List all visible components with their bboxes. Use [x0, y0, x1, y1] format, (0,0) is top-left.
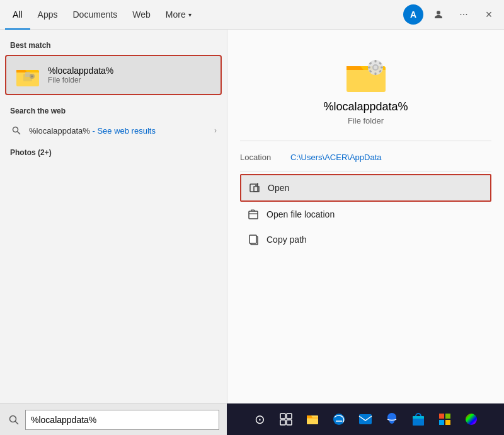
- avatar[interactable]: A: [403, 4, 423, 25]
- copy-path-icon: [248, 233, 260, 246]
- svg-rect-26: [280, 420, 285, 425]
- taskbar-explorer-icon[interactable]: [302, 409, 323, 429]
- location-label: Location: [240, 153, 290, 162]
- search-window: All Apps Documents Web More ▾ A ···: [0, 0, 504, 435]
- svg-rect-19: [249, 211, 258, 219]
- svg-rect-35: [439, 420, 444, 425]
- content-area: Best match %localappdata%: [0, 30, 504, 435]
- svg-rect-12: [368, 67, 370, 69]
- tab-more-label: More: [166, 9, 186, 20]
- best-match-subtitle: File folder: [48, 76, 113, 84]
- taskbar: ⊙: [227, 403, 504, 435]
- folder-icon-large: [15, 62, 40, 88]
- open-icon: [249, 182, 261, 194]
- tab-web[interactable]: Web: [125, 0, 158, 30]
- detail-divider: [240, 141, 491, 141]
- svg-rect-34: [445, 414, 450, 419]
- svg-rect-32: [413, 416, 424, 419]
- folder-svg: [15, 62, 40, 88]
- nav-bar: All Apps Documents Web More ▾ A ···: [0, 0, 504, 30]
- best-match-item[interactable]: %localappdata% File folder: [5, 55, 222, 95]
- search-web-label: Search the web: [0, 103, 227, 119]
- close-icon: ×: [486, 8, 493, 21]
- detail-divider2: [240, 171, 491, 171]
- svg-point-37: [466, 414, 477, 425]
- left-panel: Best match %localappdata%: [0, 30, 227, 435]
- taskbar-mail-icon[interactable]: [355, 409, 375, 429]
- taskbar-search-icon[interactable]: ⊙: [249, 409, 270, 429]
- close-btn[interactable]: ×: [479, 4, 499, 25]
- copy-path-button[interactable]: Copy path: [240, 227, 491, 252]
- svg-rect-33: [439, 414, 444, 419]
- tab-documents[interactable]: Documents: [65, 0, 125, 30]
- detail-header: %localappdata% File folder: [240, 42, 491, 136]
- best-match-label: Best match: [0, 37, 227, 54]
- svg-line-5: [18, 132, 21, 135]
- detail-folder-icon: [344, 55, 388, 93]
- svg-rect-11: [374, 72, 376, 75]
- open-file-location-button[interactable]: Open file location: [240, 202, 491, 227]
- file-location-icon: [248, 208, 260, 221]
- nav-right: A ··· ×: [403, 4, 499, 25]
- tab-apps[interactable]: Apps: [30, 0, 66, 30]
- taskbar-windows-icon[interactable]: [435, 409, 455, 429]
- person-icon: [433, 9, 444, 20]
- taskbar-store-icon[interactable]: [408, 409, 428, 429]
- person-icon-btn[interactable]: [428, 4, 449, 25]
- right-panel: %localappdata% File folder Location C:\U…: [227, 30, 504, 435]
- ellipsis-icon: ···: [459, 9, 467, 20]
- location-path[interactable]: C:\Users\ACER\AppData: [290, 153, 382, 162]
- detail-location: Location C:\Users\ACER\AppData: [240, 146, 491, 168]
- bottom-search-bar: [0, 403, 227, 435]
- svg-rect-21: [249, 235, 256, 243]
- chevron-right-icon: ›: [214, 126, 217, 135]
- svg-line-23: [15, 421, 18, 424]
- tab-documents-label: Documents: [72, 9, 117, 20]
- detail-title: %localappdata%: [323, 100, 408, 113]
- copy-path-label: Copy path: [266, 235, 307, 245]
- tab-apps-label: Apps: [38, 9, 58, 20]
- taskbar-taskview-icon[interactable]: [276, 409, 296, 429]
- svg-rect-24: [280, 414, 285, 419]
- taskbar-edge-icon[interactable]: [382, 409, 402, 429]
- search-web-item[interactable]: %localappdata% - See web results ›: [0, 119, 227, 142]
- tab-all-label: All: [13, 9, 23, 20]
- tab-more[interactable]: More ▾: [158, 0, 199, 30]
- open-button[interactable]: Open: [240, 174, 491, 202]
- search-icon: [10, 124, 23, 137]
- best-match-info: %localappdata% File folder: [48, 66, 113, 84]
- svg-point-9: [374, 66, 377, 69]
- ellipsis-btn[interactable]: ···: [454, 4, 474, 25]
- svg-rect-2: [25, 72, 30, 77]
- avatar-letter: A: [410, 9, 416, 20]
- svg-rect-27: [287, 420, 292, 425]
- detail-subtitle: File folder: [348, 116, 384, 125]
- svg-point-4: [13, 127, 18, 132]
- best-match-title: %localappdata%: [48, 66, 113, 76]
- taskbar-browser-icon[interactable]: [329, 409, 349, 429]
- taskbar-color-icon[interactable]: [461, 409, 481, 429]
- search-bottom-icon: [8, 414, 20, 426]
- tab-all[interactable]: All: [5, 0, 30, 30]
- tab-web-label: Web: [132, 9, 151, 20]
- svg-rect-13: [381, 67, 383, 69]
- open-label: Open: [268, 183, 289, 193]
- open-file-location-label: Open file location: [266, 209, 335, 219]
- svg-rect-10: [374, 60, 376, 62]
- photos-label: Photos (2+): [0, 142, 227, 161]
- svg-rect-30: [359, 414, 372, 424]
- svg-rect-25: [287, 414, 292, 419]
- search-web-text: %localappdata% - See web results: [29, 126, 156, 136]
- search-input[interactable]: [25, 410, 219, 430]
- svg-rect-36: [445, 420, 450, 425]
- more-dropdown-arrow: ▾: [188, 11, 192, 18]
